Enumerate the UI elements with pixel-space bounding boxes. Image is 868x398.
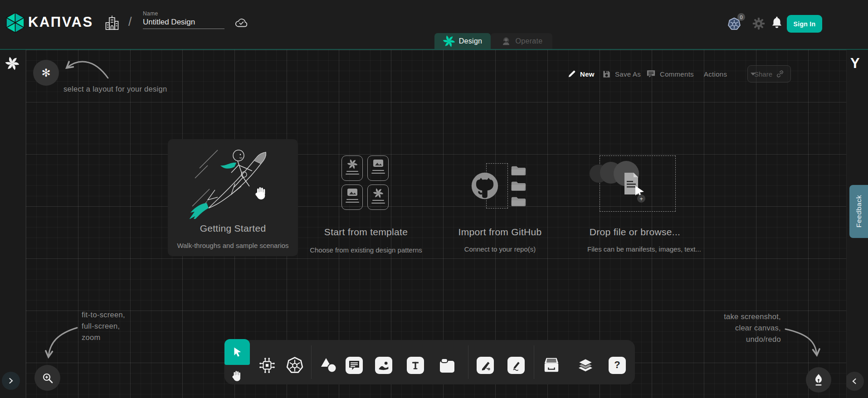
meshery-spiral-icon[interactable] (5, 57, 19, 70)
image-tool[interactable] (375, 357, 392, 374)
drawer-icon (543, 357, 560, 374)
organization-icon[interactable] (104, 15, 120, 32)
hint-bottom-right: take screenshot, clear canvas, undo/redo (690, 311, 781, 345)
y-panel-icon[interactable]: Y (850, 55, 860, 72)
chevron-right-icon (8, 378, 14, 384)
hint-bottom-left: fit-to-screen, full-screen, zoom (82, 309, 125, 343)
kubernetes-tool[interactable] (285, 356, 304, 375)
new-button[interactable]: New (567, 66, 595, 82)
save-as-button[interactable]: Save As (602, 66, 641, 82)
card-getting-started[interactable]: Getting Started Walk-throughs and sample… (168, 139, 298, 256)
feedback-label: Feedback (855, 195, 863, 228)
card-import-from-github[interactable]: Import from GitHub Connect to your repo(… (451, 152, 549, 257)
layout-flower-icon: ✻ (41, 67, 50, 79)
magnifier-plus-icon (41, 372, 54, 384)
drawer-tool[interactable] (543, 357, 560, 374)
card-subtitle: Choose from existing design patterns (305, 246, 427, 254)
name-field-label: Name (143, 10, 224, 17)
template-thumb (367, 155, 389, 181)
hint-line: zoom (82, 332, 125, 343)
card-drop-file[interactable]: + Drop file or browse... Files can be ma… (587, 152, 683, 257)
hint-line: full-screen, (82, 320, 125, 332)
note-icon (439, 357, 456, 374)
drawing-actions-button[interactable] (806, 367, 831, 393)
share-link-icon (776, 70, 784, 78)
card-title: Import from GitHub (451, 227, 549, 238)
cursor-pointer-icon (231, 346, 243, 359)
pencil-new-icon (567, 70, 576, 78)
card-title: Start from template (305, 227, 427, 238)
expand-left-panel-button[interactable] (2, 372, 20, 390)
help-tool[interactable]: ? (609, 357, 626, 374)
design-name-field: Name (143, 10, 224, 29)
svg-text:?: ? (614, 359, 620, 370)
tab-operate[interactable]: Operate (491, 33, 552, 49)
brand-wordmark: KAΠVAS (28, 14, 93, 30)
design-name-input[interactable] (143, 17, 224, 29)
getting-started-illustration (181, 142, 285, 219)
text-icon (410, 360, 421, 371)
pan-tool[interactable] (224, 365, 250, 388)
kubernetes-icon (285, 355, 304, 375)
collapse-right-panel-button[interactable] (845, 372, 864, 391)
comments-icon (646, 69, 656, 78)
question-mark-icon: ? (612, 359, 623, 371)
folder-icon (510, 180, 527, 192)
layout-selector-button[interactable]: ✻ (33, 60, 59, 86)
kanvas-logo-icon (5, 12, 25, 34)
context-count-badge: 0 (737, 13, 745, 21)
pencil-icon (510, 359, 522, 371)
layout-hint-text: select a layout for your design (63, 83, 167, 95)
component-tool[interactable] (258, 356, 277, 375)
shapes-tool[interactable] (319, 356, 338, 375)
pen-tool[interactable] (477, 357, 494, 374)
card-start-from-template[interactable]: Start from template Choose from existing… (305, 152, 427, 257)
cloud-save-status-icon (234, 17, 248, 28)
new-label: New (580, 70, 595, 78)
comment-tool[interactable] (346, 357, 363, 374)
zoom-button[interactable] (34, 365, 60, 391)
operate-tab-label: Operate (516, 37, 543, 45)
comments-label: Comments (660, 70, 694, 78)
hint-line: clear canvas, (690, 322, 781, 334)
hand-cursor-icon (253, 185, 269, 202)
card-subtitle: Files can be manifests, images, text... (587, 245, 683, 253)
comment-icon (348, 360, 360, 371)
save-as-label: Save As (615, 70, 641, 78)
card-subtitle: Walk-throughs and sample scenarios (168, 242, 298, 249)
template-thumb (367, 184, 389, 210)
settings-gear-icon[interactable] (752, 17, 766, 30)
spiral-icon (347, 159, 357, 169)
toolbar-divider (311, 345, 312, 379)
github-octocat-icon (469, 170, 501, 202)
pencil-tool[interactable] (507, 357, 525, 374)
folder-icon (510, 165, 527, 176)
app-header: KAΠVAS / Name Design (0, 0, 868, 50)
feedback-tab[interactable]: Feedback (849, 185, 868, 238)
hint-line: take screenshot, (690, 311, 781, 322)
text-tool[interactable] (407, 357, 424, 374)
share-button[interactable]: Share (747, 65, 791, 83)
chip-icon (258, 356, 277, 375)
sign-in-button[interactable]: Sign In (787, 15, 822, 33)
hint-line: undo/redo (690, 334, 781, 345)
card-title: Drop file or browse... (587, 227, 683, 238)
tab-design[interactable]: Design (434, 33, 491, 49)
toolbar-divider (534, 345, 534, 379)
left-rail (0, 50, 26, 398)
image-icon (347, 188, 358, 197)
template-thumb (341, 155, 363, 181)
pen-nib-icon (813, 373, 824, 387)
design-tab-spiral-icon (443, 35, 455, 47)
toolbar-divider (468, 345, 468, 379)
shapes-icon (319, 356, 338, 374)
comments-button[interactable]: Comments (646, 66, 694, 82)
notifications-bell-icon[interactable] (770, 15, 783, 30)
note-tool[interactable] (439, 357, 456, 374)
select-tool[interactable] (224, 339, 250, 365)
folder-icon (510, 195, 527, 207)
layers-tool[interactable] (577, 357, 594, 374)
card-subtitle: Connect to your repo(s) (451, 245, 549, 253)
share-label: Share (754, 70, 772, 78)
layers-icon (577, 356, 594, 374)
